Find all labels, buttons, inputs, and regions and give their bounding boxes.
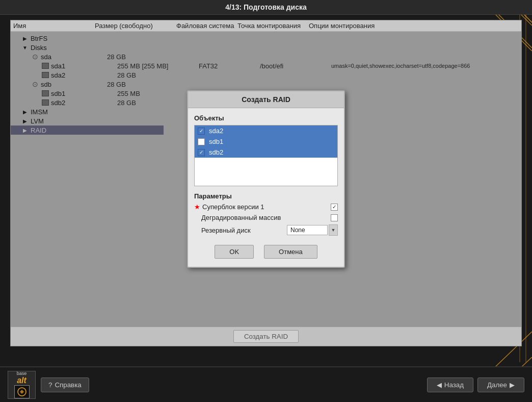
help-button[interactable]: ? Справка xyxy=(41,378,89,392)
bottom-bar: base alt ? Справка ◀ Назад Далее ▶ xyxy=(0,366,532,402)
col-header-opts: Опции монтирования xyxy=(309,22,519,30)
nav-buttons: ◀ Назад Далее ▶ xyxy=(427,378,524,392)
obj-item-sda2[interactable]: ✓ sda2 xyxy=(195,125,337,136)
obj-label-sda2: sda2 xyxy=(209,127,223,135)
objects-section-label: Объекты xyxy=(194,114,338,122)
forward-label: Далее xyxy=(487,381,507,389)
obj-label-sdb2: sdb2 xyxy=(209,148,223,156)
window-title-bar: 4/13: Подготовка диска xyxy=(0,0,532,15)
ok-button[interactable]: OK xyxy=(215,245,254,259)
create-raid-dialog: Создать RAID Объекты ✓ sda2 sdb1 xyxy=(187,90,345,268)
degraded-checkbox[interactable] xyxy=(331,214,338,221)
cancel-button[interactable]: Отмена xyxy=(264,245,317,259)
params-section-label: Параметры xyxy=(194,192,338,200)
params-section: ★ Суперблок версии 1 ✓ Деградированный м… xyxy=(194,203,338,236)
window-title: 4/13: Подготовка диска xyxy=(225,3,307,11)
required-star-superblock: ★ xyxy=(194,203,200,211)
col-header-size: Размер (свободно) xyxy=(95,22,176,30)
obj-checkbox-sdb2[interactable]: ✓ xyxy=(198,149,205,156)
param-row-spare: Резервный диск None ▼ xyxy=(194,224,338,236)
logo-area: base alt xyxy=(8,371,41,399)
table-header: Имя Размер (свободно) Файловая система Т… xyxy=(11,20,521,32)
obj-item-sdb1[interactable]: sdb1 xyxy=(195,136,337,147)
help-icon: ? xyxy=(48,381,52,389)
logo-image xyxy=(14,385,30,398)
spare-dropdown[interactable]: None ▼ xyxy=(287,224,338,236)
param-label-spare: Резервный диск xyxy=(194,227,287,234)
create-raid-bar: Создать RAID xyxy=(11,326,521,346)
obj-label-sdb1: sdb1 xyxy=(209,138,223,145)
disk-tree: ▶ BtrFS ▼ Disks ⊙ sda 28 GB sda1 255 MB … xyxy=(11,32,521,326)
spare-dropdown-value: None xyxy=(287,225,328,235)
back-label: Назад xyxy=(444,381,464,389)
obj-item-sdb2[interactable]: ✓ sdb2 xyxy=(195,147,337,158)
param-label-degraded: Деградированный массив xyxy=(194,214,328,221)
spare-dropdown-arrow[interactable]: ▼ xyxy=(329,224,338,236)
dialog-body: Объекты ✓ sda2 sdb1 xyxy=(188,108,344,267)
help-label: Справка xyxy=(55,381,81,389)
forward-button[interactable]: Далее ▶ xyxy=(477,378,524,392)
param-row-degraded: Деградированный массив xyxy=(194,214,338,221)
create-raid-button[interactable]: Создать RAID xyxy=(233,330,299,343)
col-header-fs: Файловая система xyxy=(176,22,237,30)
superblock-checkbox[interactable]: ✓ xyxy=(331,204,338,211)
obj-checkbox-sda2[interactable]: ✓ xyxy=(198,128,205,135)
objects-list[interactable]: ✓ sda2 sdb1 ✓ sdb2 xyxy=(194,125,338,186)
obj-checkbox-sdb1[interactable] xyxy=(198,138,205,145)
back-button[interactable]: ◀ Назад xyxy=(427,378,473,392)
forward-icon: ▶ xyxy=(510,381,515,389)
logo-box: base alt xyxy=(8,371,36,399)
dialog-overlay: Создать RAID Объекты ✓ sda2 sdb1 xyxy=(11,32,521,326)
logo-alt-text: alt xyxy=(17,376,26,385)
param-row-superblock: ★ Суперблок версии 1 ✓ xyxy=(194,203,338,211)
dialog-title: Создать RAID xyxy=(188,91,344,108)
logo-base-text: base xyxy=(17,371,27,376)
back-icon: ◀ xyxy=(437,381,442,389)
col-header-mount: Точка монтирования xyxy=(237,22,309,30)
main-content-area: Имя Размер (свободно) Файловая система Т… xyxy=(10,20,522,346)
dialog-buttons: OK Отмена xyxy=(194,241,338,261)
param-label-superblock: Суперблок версии 1 xyxy=(202,203,328,211)
col-header-name: Имя xyxy=(13,22,95,30)
